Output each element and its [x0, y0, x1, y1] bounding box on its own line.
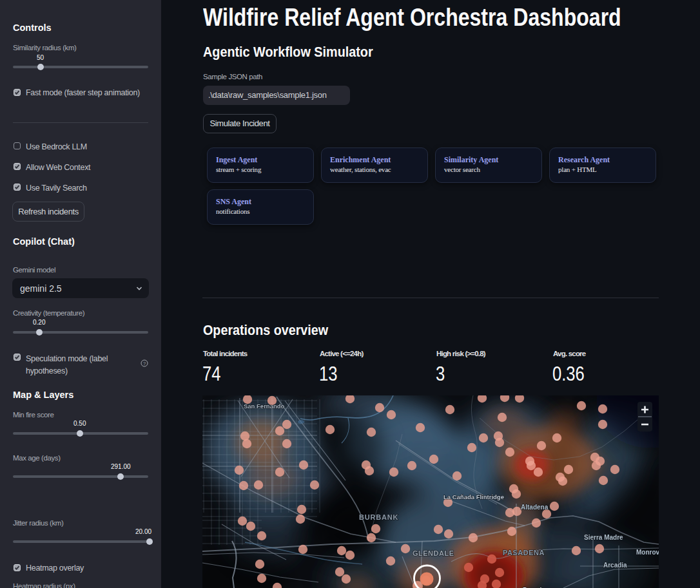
svg-text:Sierra Madre: Sierra Madre: [584, 534, 623, 541]
svg-text:PASADENA: PASADENA: [503, 549, 545, 556]
svg-text:Arcadia: Arcadia: [603, 562, 627, 569]
svg-text:San Fernando: San Fernando: [244, 403, 285, 410]
svg-text:Altadena: Altadena: [521, 504, 549, 511]
svg-text:BURBANK: BURBANK: [359, 513, 398, 521]
svg-text:La Cañada Flintridge: La Cañada Flintridge: [443, 493, 504, 500]
svg-text:Monrovia: Monrovia: [636, 549, 659, 556]
svg-text:?: ?: [143, 361, 146, 366]
svg-text:GLENDALE: GLENDALE: [413, 549, 454, 557]
